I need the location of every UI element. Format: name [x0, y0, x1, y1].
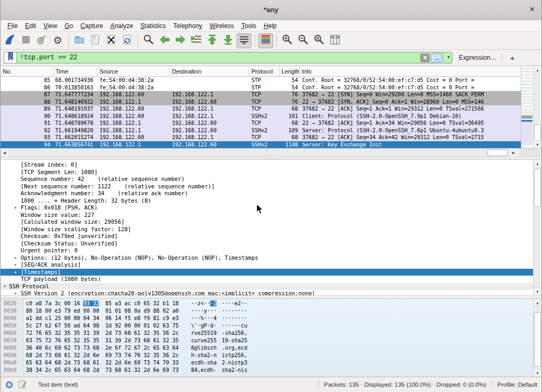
scroll-down-icon[interactable]: ▼ [534, 287, 541, 295]
detail-line[interactable]: [Checksum Status: Unverified] [1, 240, 534, 248]
detail-line[interactable]: TCP payload (1080 bytes) [1, 276, 534, 283]
packet-row[interactable]: 8871.648146932192.168.122.1192.168.122.6… [1, 98, 522, 106]
scrollbar-thumb[interactable] [534, 312, 541, 367]
expander-icon[interactable]: ▾ [3, 283, 6, 290]
detail-line[interactable]: Urgent pointer: 0 [1, 247, 534, 254]
packet-row[interactable]: 9271.661949820192.168.122.1192.168.122.6… [1, 127, 522, 134]
expander-icon[interactable]: ▸ [14, 261, 17, 269]
scroll-up-icon[interactable]: ▲ [534, 66, 541, 74]
find-packet-button[interactable] [141, 33, 156, 48]
detail-line[interactable]: ▾SSH Protocol [1, 283, 534, 290]
hex-row[interactable]: 0020c0 a8 7a 3c 00 16 93 3285 a3 ac c0 6… [1, 300, 248, 307]
column-header-destination[interactable]: Destination [170, 66, 249, 76]
detail-line[interactable]: Window size value: 227 [1, 212, 534, 219]
packet-row[interactable]: 9071.648618924192.168.122.60192.168.122.… [1, 113, 522, 120]
close-file-button[interactable] [104, 33, 119, 48]
menu-edit[interactable]: Edit [21, 21, 40, 31]
detail-line[interactable]: [Stream index: 0] [1, 161, 534, 169]
hex-row[interactable]: 006072 76 65 32 35 35 31 392d 73 68 61 3… [1, 330, 248, 337]
menu-file[interactable]: File [4, 21, 21, 31]
menu-view[interactable]: View [40, 21, 61, 31]
stop-capture-button[interactable] [19, 33, 33, 48]
scroll-right-icon[interactable]: ▶ [510, 149, 518, 157]
detail-line[interactable]: Checksum: 0x79ed [unverified] [1, 233, 534, 240]
scroll-up-icon[interactable]: ▲ [534, 160, 541, 168]
column-header-length[interactable]: Length [279, 66, 300, 76]
packet-list-scrollbar[interactable]: ▲ ▼ [533, 66, 541, 157]
menu-analyze[interactable]: Analyze [107, 21, 137, 31]
close-icon[interactable]: ✕ [529, 5, 535, 13]
restart-capture-button[interactable] [34, 33, 49, 48]
packet-row[interactable]: 8670.013850163fe:54:00:d4:38:2aSTP54Conf… [1, 84, 522, 92]
column-header-info[interactable]: Info [300, 66, 522, 76]
splitter-bottom[interactable]: ······ [1, 295, 541, 299]
column-header-protocol[interactable]: Protocol [249, 66, 279, 76]
detail-line[interactable]: [Calculated window size: 29056] [1, 218, 534, 226]
go-to-packet-button[interactable] [189, 33, 204, 48]
hex-row[interactable]: 00b038 34 2c 65 63 64 68 2d73 68 61 32 2… [1, 367, 248, 374]
go-last-button[interactable] [221, 33, 236, 48]
menu-telephony[interactable]: Telephony [169, 21, 206, 31]
open-file-button[interactable] [72, 33, 87, 48]
detail-line[interactable]: Acknowledgment number: 34 (relative ack … [1, 190, 534, 197]
bytes-scrollbar[interactable]: ▲ ▼ [533, 299, 541, 377]
scrollbar-thumb[interactable] [534, 169, 541, 207]
hex-row[interactable]: 003080 18 00 e3 79 ed 00 0001 01 08 0a d… [1, 307, 248, 315]
packet-row[interactable]: 8971.648191037192.168.122.60192.168.122.… [1, 105, 522, 113]
packet-list-minimap[interactable] [521, 66, 532, 148]
colorize-toggle[interactable] [258, 33, 273, 48]
expression-button[interactable]: Expression… [459, 54, 496, 61]
detail-line[interactable]: ▸Options: (12 bytes), No-Operation (NOP)… [1, 254, 534, 262]
menu-capture[interactable]: Capture [77, 21, 107, 31]
menu-wireless[interactable]: Wireless [206, 21, 238, 31]
detail-line[interactable]: Sequence number: 42 (relative sequence n… [1, 176, 534, 183]
filter-dropdown-icon[interactable]: ▾ [447, 54, 450, 60]
filter-apply-button[interactable]: → [431, 53, 442, 62]
zoom-in-button[interactable] [280, 33, 295, 48]
scroll-left-icon[interactable]: ◀ [1, 149, 8, 157]
filter-add-button[interactable]: + [508, 53, 517, 62]
go-first-button[interactable] [205, 33, 220, 48]
expander-icon[interactable]: ▸ [14, 254, 17, 262]
expander-icon[interactable]: ▸ [14, 290, 17, 295]
packet-row[interactable]: 8568.001734936fe:54:00:d4:38:2aSTP54Conf… [1, 77, 522, 84]
menu-tools[interactable]: Tools [238, 21, 260, 31]
expert-info-icon[interactable] [6, 381, 13, 388]
zoom-out-button[interactable] [296, 33, 311, 48]
column-header-no[interactable]: No. [1, 66, 53, 76]
packet-list-hscrollbar[interactable]: ◀ ▶ [1, 148, 522, 157]
zoom-100-button[interactable] [312, 33, 327, 48]
packet-row[interactable]: 8771.647777234192.168.122.60192.168.122.… [1, 91, 522, 98]
detail-line[interactable]: [Next sequence number: 1122 (relative se… [1, 183, 534, 190]
menu-statistics[interactable]: Statistics [137, 21, 169, 31]
save-file-button[interactable] [88, 33, 103, 48]
display-filter-input[interactable] [19, 53, 411, 62]
capture-options-button[interactable]: ⚙ [50, 33, 65, 48]
hex-row[interactable]: 00505c 27 b2 67 50 ad 64 981d 92 00 00 0… [1, 322, 248, 330]
hex-row[interactable]: 009068 2d 73 68 61 32 2d 6e69 73 74 70 3… [1, 352, 248, 359]
hex-row[interactable]: 00a065 63 64 68 2d 73 68 6132 2d 6e 69 7… [1, 359, 248, 367]
detail-line[interactable]: ▸[Timestamps] [1, 269, 534, 276]
profile-text[interactable]: Profile: Default [498, 381, 537, 388]
column-header-time[interactable]: Time [53, 66, 97, 76]
go-forward-button[interactable] [173, 33, 188, 48]
detail-line[interactable]: ▸Flags: 0x018 (PSH, ACK) [1, 204, 534, 212]
auto-scroll-toggle[interactable] [237, 33, 251, 48]
start-capture-button[interactable] [3, 33, 17, 48]
menu-go[interactable]: Go [61, 21, 77, 31]
hex-row[interactable]: 0040a1 dd c1 25 00 00 04 3406 14 f5 e8 f… [1, 315, 248, 322]
scroll-down-icon[interactable]: ▼ [534, 369, 541, 377]
scrollbar-thumb[interactable] [487, 149, 508, 156]
go-back-button[interactable] [157, 33, 172, 48]
menu-help[interactable]: Help [260, 21, 281, 31]
packet-row[interactable]: 9371.662015274192.168.122.60192.168.122.… [1, 134, 522, 141]
resize-columns-button[interactable] [328, 33, 342, 48]
scroll-down-icon[interactable]: ▼ [534, 140, 541, 148]
detail-line[interactable]: [Window size scaling factor: 128] [1, 226, 534, 233]
filter-clear-button[interactable]: ✕ [420, 53, 430, 62]
expander-icon[interactable]: ▸ [14, 204, 17, 212]
details-scrollbar[interactable]: ▲ ▼ [533, 160, 541, 295]
filter-bookmark-button[interactable] [4, 52, 16, 63]
column-header-source[interactable]: Source [97, 66, 170, 76]
scroll-up-icon[interactable]: ▲ [534, 299, 541, 307]
